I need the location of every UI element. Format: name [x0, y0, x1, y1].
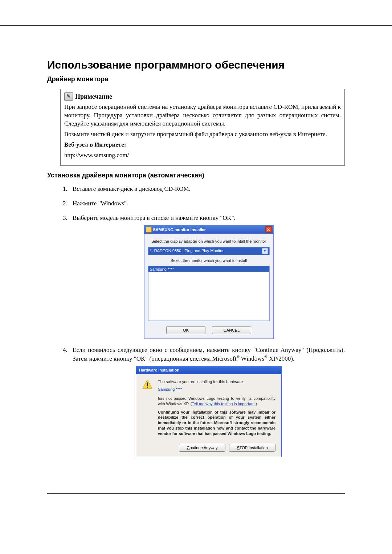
- dialog2-body: The software you are installing for this…: [136, 374, 281, 457]
- note-web-label: Веб-узел в Интернете:: [64, 141, 341, 149]
- dialog2-line2b: ): [256, 402, 257, 406]
- note-paragraph-1: При запросе операционной системы на уста…: [64, 103, 341, 128]
- dialog2-line1: The software you are installing for this…: [158, 379, 275, 385]
- monitor-listbox[interactable]: Samsung **** ‹ ›: [148, 266, 270, 321]
- dialog2-titlebar: Hardware Installation: [136, 366, 281, 374]
- registered-icon: ®: [264, 354, 267, 359]
- step-2: Нажмите "Windows".: [69, 200, 345, 208]
- note-header: ✎ Примечание: [64, 92, 341, 101]
- footer-rule: [47, 493, 345, 494]
- scroll-right-icon[interactable]: ›: [263, 321, 269, 321]
- dialog1-title-text: SAMSUNG monitor installer: [153, 227, 206, 232]
- step-3: Выберите модель монитора в списке и нажм…: [69, 214, 345, 339]
- dialog1-titlebar: SAMSUNG monitor installer ✕: [144, 225, 273, 234]
- step-4-text-a: Если появилось следующее окно с сообщени…: [73, 346, 345, 362]
- list-item[interactable]: Samsung ****: [148, 266, 269, 272]
- step-4-text-c: XP/2000).: [268, 355, 295, 362]
- registered-icon: ®: [236, 354, 239, 359]
- svg-rect-2: [147, 387, 148, 388]
- step-1: Вставьте компакт-диск в дисковод CD-ROM.: [69, 185, 345, 193]
- steps-list: Вставьте компакт-диск в дисковод CD-ROM.…: [69, 185, 345, 457]
- close-icon[interactable]: ✕: [265, 226, 272, 233]
- why-testing-link[interactable]: Tell me why this testing is important.: [192, 402, 256, 406]
- dialog2-text: The software you are installing for this…: [158, 379, 275, 436]
- display-adapter-combo[interactable]: 1. RADEON 9550 : Plug and Play Monitor ▾: [148, 247, 270, 255]
- hardware-installation-dialog: Hardware Installation Th: [136, 366, 282, 457]
- scroll-left-icon[interactable]: ‹: [148, 321, 155, 321]
- note-paragraph-2: Возьмите чистый диск и загрузите програм…: [64, 130, 341, 139]
- dialog1-body: Select the display adapter on which you …: [144, 234, 273, 338]
- dialog1-instruction-1: Select the display adapter on which you …: [148, 239, 270, 244]
- ok-button[interactable]: OK: [166, 326, 205, 334]
- dialog2-warning-bold: Continuing your installation of this sof…: [158, 410, 275, 436]
- chevron-down-icon[interactable]: ▾: [262, 248, 268, 254]
- cancel-button[interactable]: CANCEL: [212, 326, 251, 334]
- app-icon: [146, 227, 152, 233]
- continue-label: ontinue Anyway: [189, 446, 217, 450]
- dialog1-instruction-2: Select the monitor which you want to ins…: [148, 258, 270, 263]
- horizontal-scrollbar[interactable]: ‹ ›: [148, 320, 269, 321]
- section-driver: Драйвер монитора: [47, 75, 345, 83]
- stop-label: TOP Installation: [240, 446, 268, 450]
- warning-icon: [142, 379, 153, 390]
- note-box: ✎ Примечание При запросе операционной си…: [60, 89, 345, 166]
- samsung-installer-dialog: SAMSUNG monitor installer ✕ Select the d…: [144, 225, 274, 339]
- note-url: http://www.samsung.com/: [64, 151, 341, 160]
- note-label: Примечание: [75, 92, 112, 101]
- document-page: Использование программного обеспечения Д…: [0, 25, 392, 479]
- continue-anyway-button[interactable]: Continue Anyway: [179, 444, 225, 452]
- dialog2-hardware-name: Samsung ****: [158, 387, 275, 392]
- step-3-text: Выберите модель монитора в списке и нажм…: [73, 214, 236, 221]
- note-icon: ✎: [64, 92, 73, 101]
- step-4-text-b: Windows: [240, 355, 264, 362]
- combo-value: 1. RADEON 9550 : Plug and Play Monitor: [150, 248, 224, 253]
- dialog2-line2: has not passed Windows Logo testing to v…: [158, 396, 275, 407]
- page-title: Использование программного обеспечения: [47, 59, 345, 71]
- stop-installation-button[interactable]: STOP Installation: [229, 444, 275, 452]
- svg-rect-1: [147, 383, 148, 386]
- step-4: Если появилось следующее окно с сообщени…: [69, 346, 345, 457]
- section-install-auto: Установка драйвера монитора (автоматичес…: [47, 172, 345, 179]
